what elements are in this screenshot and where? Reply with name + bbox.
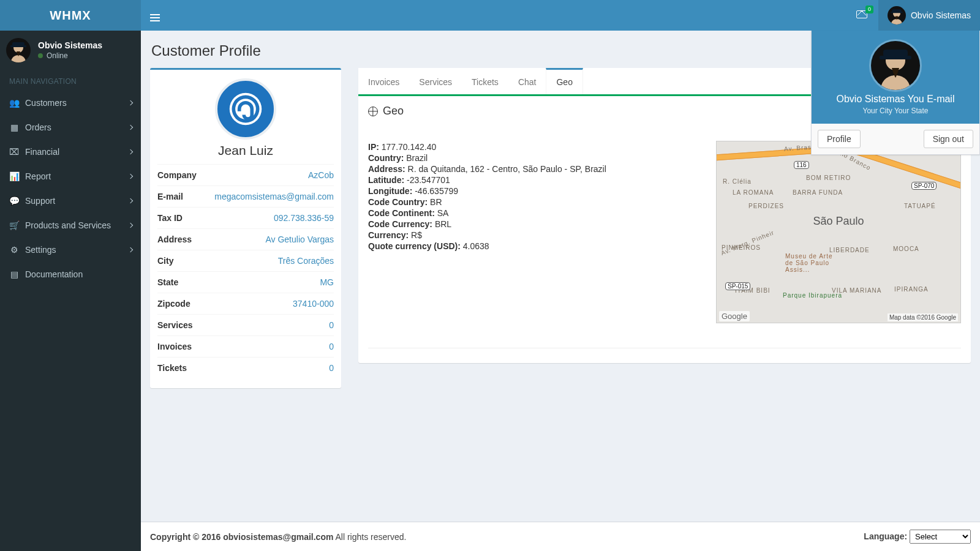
detail-row: Services0 — [157, 314, 334, 335]
main-header: WHMX 0 Obvio Sistemas — [0, 0, 980, 31]
cogs-icon: ⚙ — [9, 245, 19, 255]
sidebar-user-status-text: Online — [47, 51, 68, 60]
sidebar: Obvio Sistemas Online MAIN NAVIGATION 👥C… — [0, 31, 141, 551]
detail-row: CityTrês Corações — [157, 250, 334, 271]
detail-row: CompanyAzCob — [157, 164, 334, 186]
detail-row: Tax ID092.738.336-59 — [157, 207, 334, 228]
money-icon: ⌧ — [9, 147, 19, 157]
geo-heading-text: Geo — [383, 105, 404, 118]
avatar-icon — [6, 38, 31, 62]
detail-value[interactable]: Av Getulio Vargas — [265, 234, 334, 244]
sidebar-item-settings[interactable]: ⚙Settings — [0, 238, 141, 262]
map-label: BOM RETIRO — [806, 174, 851, 181]
profile-button[interactable]: Profile — [818, 130, 861, 148]
detail-row: AddressAv Getulio Vargas — [157, 228, 334, 250]
sidebar-item-orders[interactable]: ▦Orders — [0, 115, 141, 140]
geo-field: Latitude: -23.547701 — [368, 175, 706, 185]
detail-value[interactable]: 092.738.336-59 — [274, 213, 334, 223]
chevron-left-icon — [128, 247, 133, 252]
detail-label: City — [157, 256, 173, 266]
dropdown-user-line1: Obvio Sistemas You E-mail — [818, 94, 973, 105]
sidebar-item-support[interactable]: 💬Support — [0, 189, 141, 213]
detail-label: Invoices — [157, 342, 192, 351]
detail-value[interactable]: 37410-000 — [293, 299, 334, 309]
detail-value[interactable]: 0 — [329, 320, 334, 330]
geo-field: IP: 177.70.142.40 — [368, 142, 706, 152]
detail-label: Address — [157, 234, 192, 244]
map-label: LA ROMANA — [733, 189, 774, 196]
navbar: 0 Obvio Sistemas — [141, 0, 980, 31]
brand-logo[interactable]: WHMX — [0, 0, 141, 31]
copyright-bold: Copyright © 2016 obviosistemas@gmail.com — [150, 532, 333, 542]
users-icon: 👥 — [9, 98, 19, 108]
detail-row: StateMG — [157, 271, 334, 293]
customer-avatar-icon — [215, 78, 276, 140]
sidebar-item-financial[interactable]: ⌧Financial — [0, 140, 141, 164]
detail-label: Zipcode — [157, 299, 190, 309]
status-dot-icon — [38, 53, 43, 58]
geo-field: Currency: R$ — [368, 230, 706, 240]
navbar-right: 0 Obvio Sistemas — [856, 0, 971, 31]
mail-badge: 0 — [865, 6, 873, 13]
map-shield: 116 — [794, 161, 809, 169]
language-select[interactable]: Select — [910, 530, 971, 544]
cart-icon: 🛒 — [9, 220, 19, 230]
sidebar-item-products-and-services[interactable]: 🛒Products and Services — [0, 213, 141, 238]
tab-geo[interactable]: Geo — [546, 68, 582, 94]
geo-field: Quote currency (USD): 4.0638 — [368, 241, 706, 251]
signout-button[interactable]: Sign out — [924, 130, 973, 148]
detail-label: E-mail — [157, 192, 183, 201]
detail-value[interactable]: 0 — [329, 342, 334, 351]
chevron-left-icon — [128, 100, 133, 105]
map-label: PERDIZES — [748, 203, 784, 209]
detail-value[interactable]: Três Corações — [278, 256, 334, 266]
sidebar-item-customers[interactable]: 👥Customers — [0, 91, 141, 115]
detail-row: E-mailmegacomsistemas@gmail.com — [157, 186, 334, 207]
detail-value[interactable]: megacomsistemas@gmail.com — [214, 192, 334, 201]
sidebar-item-label: Report — [25, 171, 51, 181]
chevron-left-icon — [128, 125, 133, 130]
nav-mail[interactable]: 0 — [856, 10, 867, 20]
nav-user[interactable]: Obvio Sistemas — [878, 0, 980, 31]
sidebar-item-label: Products and Services — [25, 220, 111, 230]
sidebar-item-label: Documentation — [25, 269, 83, 279]
chevron-left-icon — [128, 198, 133, 203]
detail-value[interactable]: 0 — [329, 363, 334, 373]
sidebar-item-documentation[interactable]: ▤Documentation — [0, 262, 141, 287]
geo-field: Code Continent: SA — [368, 208, 706, 218]
geo-field: Address: R. da Quitanda, 162 - Centro, S… — [368, 164, 706, 174]
map-city-label: São Paulo — [813, 215, 864, 228]
geo-field: Code Currency: BRL — [368, 219, 706, 229]
sidebar-toggle[interactable] — [141, 1, 169, 30]
tab-invoices[interactable]: Invoices — [358, 68, 409, 94]
map-label: MOOCA — [893, 246, 919, 252]
chevron-left-icon — [128, 174, 133, 179]
profile-box: Jean Luiz CompanyAzCobE-mailmegacomsiste… — [150, 68, 341, 388]
map-label: IPIRANGA — [894, 286, 929, 293]
geo-map[interactable]: São Paulo R. Clélia LA ROMANA PERDIZES P… — [716, 141, 961, 323]
map-label: Museu de Arte de São Paulo Assis... — [785, 253, 839, 273]
globe-icon — [368, 107, 378, 116]
chart-icon: 📊 — [9, 171, 19, 181]
user-dropdown: Obvio Sistemas You E-mail Your City Your… — [811, 31, 980, 155]
detail-value[interactable]: AzCob — [308, 170, 334, 180]
detail-label: Tax ID — [157, 213, 183, 223]
map-google-label: Google — [719, 311, 750, 321]
nav-section-header: MAIN NAVIGATION — [0, 70, 141, 91]
svg-rect-12 — [880, 56, 911, 59]
sidebar-item-report[interactable]: 📊Report — [0, 164, 141, 189]
detail-label: Tickets — [157, 363, 187, 373]
map-label: BARRA FUNDA — [793, 189, 843, 196]
copyright-rest: All rights reserved. — [333, 532, 406, 542]
detail-row: Tickets0 — [157, 357, 334, 378]
sidebar-item-label: Support — [25, 196, 55, 206]
tab-tickets[interactable]: Tickets — [462, 68, 508, 94]
tab-chat[interactable]: Chat — [508, 68, 546, 94]
sidebar-item-label: Customers — [25, 98, 67, 108]
sidebar-item-label: Settings — [25, 245, 56, 255]
detail-label: Company — [157, 170, 197, 180]
comment-icon: 💬 — [9, 196, 19, 206]
tab-services[interactable]: Services — [409, 68, 462, 94]
detail-value[interactable]: MG — [320, 277, 334, 287]
geo-field: Country: Brazil — [368, 153, 706, 163]
